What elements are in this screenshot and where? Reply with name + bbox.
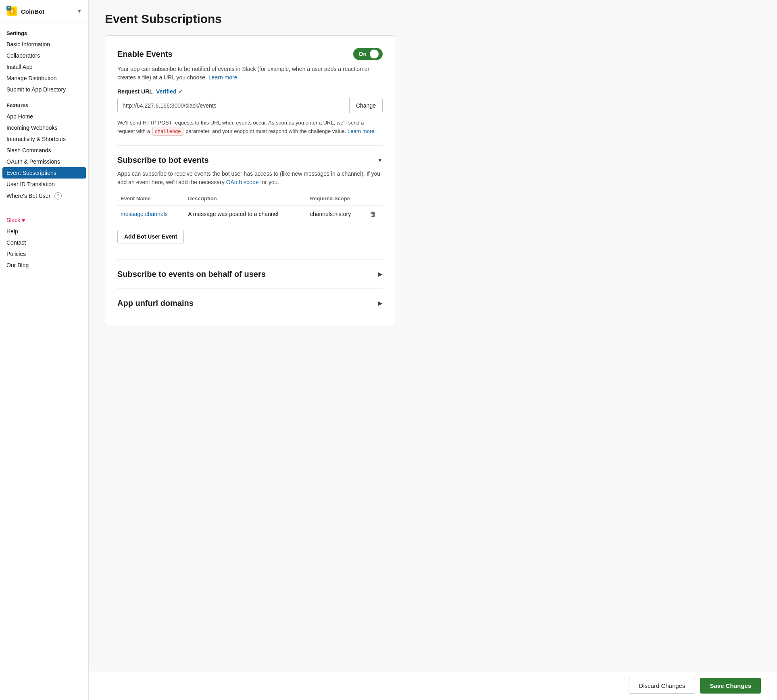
sidebar-footer: Slack ♥ Help Contact Policies Our Blog xyxy=(0,210,88,271)
verified-badge: Verified ✓ xyxy=(156,88,183,95)
main-card: Enable Events On Your app can subscribe … xyxy=(105,35,395,325)
save-changes-button[interactable]: Save Changes xyxy=(700,678,761,694)
url-input[interactable] xyxy=(118,98,349,113)
learn-more-link-2[interactable]: Learn more. xyxy=(348,128,376,134)
sidebar-item-oauth-permissions[interactable]: OAuth & Permissions xyxy=(0,156,88,167)
page-title: Event Subscriptions xyxy=(105,12,761,26)
sidebar-item-interactivity-shortcuts[interactable]: Interactivity & Shortcuts xyxy=(0,133,88,145)
checkmark-icon: ✓ xyxy=(178,88,183,95)
subscribe-users-title: Subscribe to events on behalf of users xyxy=(117,270,266,279)
events-table: Event Name Description Required Scope me… xyxy=(117,193,383,223)
sidebar-item-slash-commands[interactable]: Slash Commands xyxy=(0,145,88,156)
col-event-name: Event Name xyxy=(117,193,185,206)
sidebar-item-manage-distribution[interactable]: Manage Distribution xyxy=(0,73,88,84)
toggle-switch[interactable]: On xyxy=(353,48,383,60)
sidebar-item-user-id-translation[interactable]: User ID Translation xyxy=(0,179,88,190)
enable-events-title: Enable Events xyxy=(117,50,173,59)
sidebar-item-contact[interactable]: Contact xyxy=(0,237,88,248)
subscribe-description: Apps can subscribe to receive events the… xyxy=(117,170,383,187)
app-unfurl-title: App unfurl domains xyxy=(117,299,194,308)
challenge-code: challenge xyxy=(152,127,183,136)
divider-2 xyxy=(117,260,383,260)
sidebar-item-slack-heart: Slack ♥ xyxy=(0,214,88,226)
event-name-link[interactable]: message.channels xyxy=(121,211,168,217)
event-description: A message was posted to a channel xyxy=(185,206,307,223)
events-description: Your app can subscribe to be notified of… xyxy=(117,65,383,82)
sidebar: $ C CoinBot ▼ Settings Basic Information… xyxy=(0,0,89,700)
chevron-right-icon-2: ▶ xyxy=(378,300,383,306)
change-button[interactable]: Change xyxy=(349,98,382,113)
sidebar-header[interactable]: $ C CoinBot ▼ xyxy=(0,0,88,23)
sidebar-item-submit-to-app-directory[interactable]: Submit to App Directory xyxy=(0,84,88,95)
sidebar-item-our-blog[interactable]: Our Blog xyxy=(0,260,88,271)
add-bot-user-event-button[interactable]: Add Bot User Event xyxy=(117,230,184,243)
subscribe-bot-events-header[interactable]: Subscribe to bot events ▼ xyxy=(117,156,383,165)
learn-more-link-1[interactable]: Learn more. xyxy=(208,74,239,81)
sidebar-item-incoming-webhooks[interactable]: Incoming Webhooks xyxy=(0,122,88,133)
app-name: CoinBot xyxy=(21,8,74,15)
sidebar-item-app-home[interactable]: App Home xyxy=(0,111,88,122)
subscribe-bot-events-title: Subscribe to bot events xyxy=(117,156,209,165)
toggle-label: On xyxy=(359,51,367,57)
sidebar-item-basic-information[interactable]: Basic Information xyxy=(0,39,88,50)
sidebar-item-policies[interactable]: Policies xyxy=(0,248,88,260)
svg-text:$: $ xyxy=(11,9,13,14)
col-required-scope: Required Scope xyxy=(307,193,367,206)
main-content: Event Subscriptions Enable Events On You… xyxy=(89,0,777,700)
divider-1 xyxy=(117,145,383,146)
sidebar-item-help[interactable]: Help xyxy=(0,226,88,237)
event-scope: channels:history xyxy=(307,206,367,223)
oauth-scope-link[interactable]: OAuth scope xyxy=(226,179,259,185)
sidebar-item-install-app[interactable]: Install App xyxy=(0,61,88,73)
features-section-label: Features xyxy=(0,95,88,111)
sidebar-item-wheres-bot-user[interactable]: Where's Bot User ? xyxy=(0,190,88,202)
divider-3 xyxy=(117,289,383,289)
help-icon[interactable]: ? xyxy=(54,192,62,199)
chevron-down-icon: ▼ xyxy=(377,157,383,163)
toggle-knob xyxy=(370,50,379,58)
enable-events-header: Enable Events On xyxy=(117,48,383,60)
table-row: message.channels A message was posted to… xyxy=(117,206,383,223)
sidebar-item-event-subscriptions[interactable]: Event Subscriptions xyxy=(2,167,86,179)
coinbot-icon: $ C xyxy=(6,6,18,17)
url-input-row: Change xyxy=(117,98,383,113)
slack-heart-label: Slack ♥ xyxy=(6,217,25,223)
discard-changes-button[interactable]: Discard Changes xyxy=(629,678,695,694)
http-note: We'll send HTTP POST requests to this UR… xyxy=(117,119,383,136)
footer-bar: Discard Changes Save Changes xyxy=(89,671,777,700)
col-description: Description xyxy=(185,193,307,206)
app-unfurl-header[interactable]: App unfurl domains ▶ xyxy=(117,299,383,308)
chevron-right-icon: ▶ xyxy=(378,271,383,277)
settings-section-label: Settings xyxy=(0,23,88,39)
verified-link[interactable]: Verified xyxy=(156,88,177,95)
enable-events-toggle[interactable]: On xyxy=(353,48,383,60)
sidebar-item-collaborators[interactable]: Collaborators xyxy=(0,50,88,61)
delete-event-icon[interactable]: 🗑 xyxy=(370,211,376,218)
subscribe-users-header[interactable]: Subscribe to events on behalf of users ▶ xyxy=(117,270,383,279)
request-url-label: Request URL Verified ✓ xyxy=(117,88,383,95)
svg-text:C: C xyxy=(8,6,10,10)
dropdown-icon[interactable]: ▼ xyxy=(77,8,82,14)
